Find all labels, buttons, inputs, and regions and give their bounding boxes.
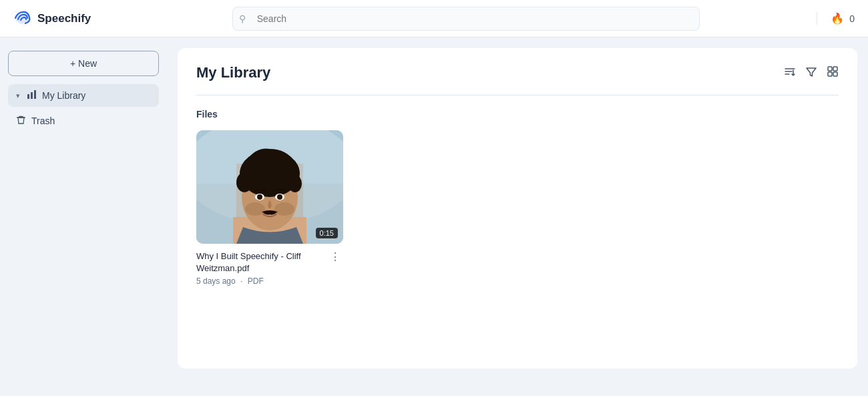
trash-icon <box>16 115 26 127</box>
library-header: My Library <box>196 64 839 81</box>
library-card: My Library <box>178 48 857 369</box>
grid-icon[interactable] <box>827 65 839 81</box>
svg-point-23 <box>245 202 265 216</box>
svg-rect-2 <box>34 90 36 99</box>
topbar: Speechify ⚲ 🔥 0 <box>0 0 868 37</box>
svg-point-17 <box>244 159 262 175</box>
content-area: My Library <box>167 37 868 396</box>
filter-icon[interactable] <box>805 65 817 81</box>
thumbnail-image <box>196 130 343 244</box>
logo-area: Speechify <box>13 9 174 29</box>
svg-point-16 <box>288 175 302 192</box>
video-duration: 0:15 <box>316 228 338 238</box>
file-name: Why I Built Speechify - Cliff Weitzman.p… <box>196 250 327 274</box>
sidebar: + New ▾ My Library Trash <box>0 37 167 396</box>
file-meta: 5 days ago · PDF <box>196 276 327 286</box>
more-options-button[interactable]: ⋮ <box>327 250 343 264</box>
my-library-label: My Library <box>42 90 85 101</box>
svg-rect-4 <box>833 67 837 71</box>
svg-rect-1 <box>31 92 33 99</box>
new-button[interactable]: + New <box>8 51 159 76</box>
file-date: 5 days ago <box>196 276 236 286</box>
file-thumbnail: 0:15 <box>196 130 343 244</box>
app-name: Speechify <box>37 12 91 25</box>
svg-point-15 <box>236 172 252 192</box>
flame-count: 0 <box>849 13 855 24</box>
library-actions <box>784 65 839 81</box>
svg-point-18 <box>269 153 290 172</box>
file-type: PDF <box>248 276 264 286</box>
sort-icon[interactable] <box>784 65 796 81</box>
search-icon: ⚲ <box>239 13 246 24</box>
topbar-right: 🔥 0 <box>817 12 855 25</box>
svg-rect-3 <box>828 67 832 71</box>
files-grid: 0:15 Why I Built Speechify - Cliff Weitz… <box>196 130 839 286</box>
sidebar-item-my-library[interactable]: ▾ My Library <box>8 84 159 107</box>
search-bar: ⚲ <box>232 7 700 31</box>
bar-chart-icon <box>27 89 37 102</box>
svg-point-22 <box>277 194 282 200</box>
file-card[interactable]: 0:15 Why I Built Speechify - Cliff Weitz… <box>196 130 343 286</box>
svg-point-21 <box>257 194 262 200</box>
flame-icon: 🔥 <box>831 12 844 25</box>
svg-rect-5 <box>828 72 832 76</box>
divider <box>196 95 839 95</box>
svg-rect-6 <box>833 72 837 76</box>
files-section-label: Files <box>196 109 839 120</box>
dot-separator: · <box>240 276 242 286</box>
svg-point-24 <box>274 202 294 216</box>
main-layout: + New ▾ My Library Trash <box>0 37 868 396</box>
svg-rect-0 <box>27 94 29 99</box>
trash-label: Trash <box>31 116 55 126</box>
file-info: Why I Built Speechify - Cliff Weitzman.p… <box>196 250 343 286</box>
library-title: My Library <box>196 64 270 81</box>
file-details: Why I Built Speechify - Cliff Weitzman.p… <box>196 250 327 286</box>
chevron-down-icon: ▾ <box>16 91 20 100</box>
sidebar-item-trash[interactable]: Trash <box>8 110 159 132</box>
speechify-logo-icon <box>13 9 32 29</box>
search-input[interactable] <box>232 7 700 31</box>
